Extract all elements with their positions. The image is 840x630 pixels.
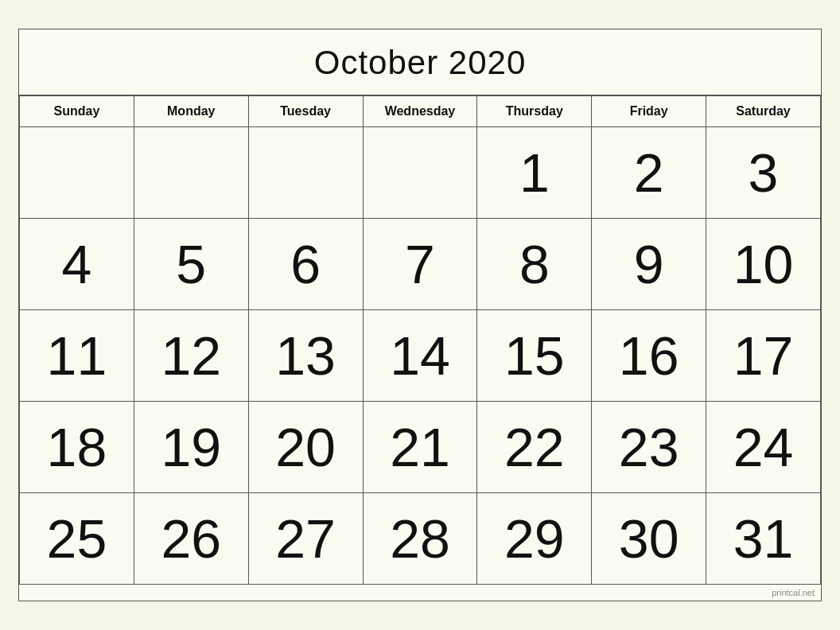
empty-day-cell [363, 127, 477, 219]
day-cell-5: 5 [134, 219, 248, 310]
day-cell-16: 16 [592, 310, 706, 402]
day-cell-28: 28 [363, 493, 477, 585]
day-cell-8: 8 [477, 219, 592, 310]
day-cell-17: 17 [706, 310, 821, 402]
week-row-4: 18192021222324 [20, 402, 821, 493]
day-cell-24: 24 [706, 402, 821, 493]
day-header-monday: Monday [134, 96, 248, 127]
day-cell-9: 9 [592, 219, 706, 310]
day-cell-6: 6 [248, 219, 363, 310]
day-cell-18: 18 [20, 402, 134, 493]
day-cell-26: 26 [134, 493, 248, 585]
day-cell-3: 3 [706, 127, 821, 219]
day-cell-10: 10 [706, 219, 821, 310]
day-header-thursday: Thursday [477, 96, 592, 127]
day-header-friday: Friday [592, 96, 706, 127]
calendar-table: SundayMondayTuesdayWednesdayThursdayFrid… [19, 95, 821, 585]
day-cell-11: 11 [20, 310, 134, 402]
day-header-saturday: Saturday [706, 96, 821, 127]
day-cell-25: 25 [20, 493, 134, 585]
day-header-tuesday: Tuesday [248, 96, 363, 127]
day-header-wednesday: Wednesday [363, 96, 477, 127]
week-row-5: 25262728293031 [20, 493, 821, 585]
day-cell-27: 27 [248, 493, 363, 585]
week-row-1: 123 [20, 127, 821, 219]
day-cell-22: 22 [477, 402, 592, 493]
day-cell-15: 15 [477, 310, 592, 402]
day-cell-21: 21 [363, 402, 477, 493]
day-cell-30: 30 [592, 493, 706, 585]
calendar-body: 1234567891011121314151617181920212223242… [20, 127, 821, 585]
empty-day-cell [248, 127, 363, 219]
day-cell-19: 19 [134, 402, 248, 493]
day-cell-31: 31 [706, 493, 821, 585]
day-cell-20: 20 [248, 402, 363, 493]
day-cell-1: 1 [477, 127, 592, 219]
day-cell-23: 23 [592, 402, 706, 493]
watermark: printcal.net [19, 585, 821, 601]
day-cell-12: 12 [134, 310, 248, 402]
day-cell-2: 2 [592, 127, 706, 219]
week-row-3: 11121314151617 [20, 310, 821, 402]
week-row-2: 45678910 [20, 219, 821, 310]
day-cell-14: 14 [363, 310, 477, 402]
empty-day-cell [134, 127, 248, 219]
day-cell-7: 7 [363, 219, 477, 310]
day-cell-29: 29 [477, 493, 592, 585]
day-header-row: SundayMondayTuesdayWednesdayThursdayFrid… [20, 96, 821, 127]
empty-day-cell [20, 127, 134, 219]
day-cell-4: 4 [20, 219, 134, 310]
day-cell-13: 13 [248, 310, 363, 402]
calendar-title: October 2020 [19, 29, 821, 95]
calendar-container: October 2020 SundayMondayTuesdayWednesda… [18, 29, 822, 601]
day-header-sunday: Sunday [20, 96, 134, 127]
